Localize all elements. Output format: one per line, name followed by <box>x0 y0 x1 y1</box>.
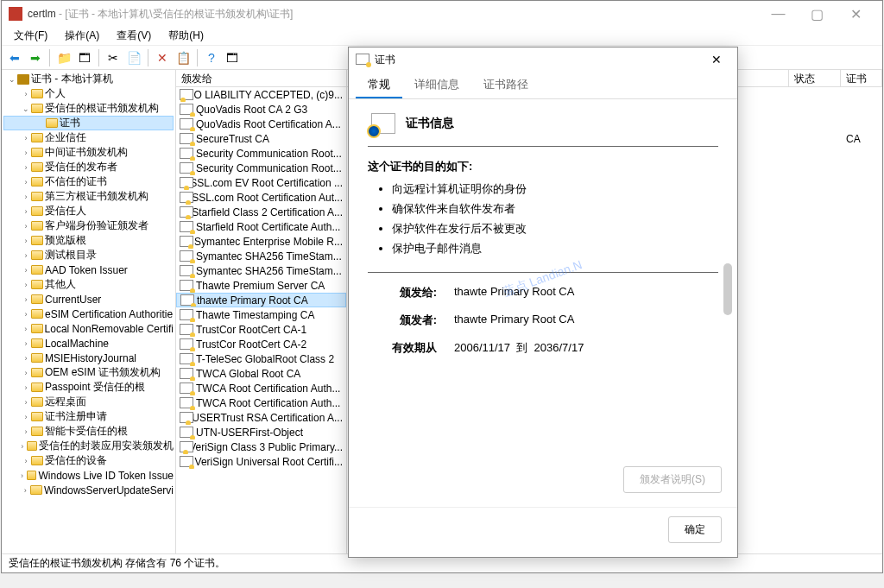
cert-list-item[interactable]: TWCA Root Certification Auth... <box>176 395 346 410</box>
issuer-statement-button[interactable]: 颁发者说明(S) <box>623 466 722 493</box>
tree-node[interactable]: ›WindowsServerUpdateServi <box>3 483 174 497</box>
tree-node[interactable]: ⌄证书 - 本地计算机 <box>3 72 174 86</box>
cert-list-item[interactable]: SSL.com EV Root Certification ... <box>176 175 346 190</box>
tree-node[interactable]: ⌄受信任的根证书颁发机构 <box>3 101 174 116</box>
cert-list-item[interactable]: T-TeleSec GlobalRoot Class 2 <box>176 351 346 366</box>
tree-node[interactable]: ›测试根目录 <box>3 248 174 262</box>
cert-list-item[interactable]: Security Communication Root... <box>176 161 346 175</box>
tree-node[interactable]: ›受信任人 <box>3 204 174 218</box>
tab-details[interactable]: 详细信息 <box>402 72 471 98</box>
forward-button[interactable]: ➡ <box>26 48 45 67</box>
cert-list-item[interactable]: UTN-USERFirst-Object <box>176 425 346 439</box>
up-folder-button[interactable]: 📁 <box>54 48 73 67</box>
cert-name: Symantec SHA256 TimeStam... <box>196 265 342 277</box>
tree-node[interactable]: ›Local NonRemovable Certifi <box>3 321 174 336</box>
menu-item[interactable]: 查看(V) <box>108 27 160 45</box>
cert-list-item[interactable]: VeriSign Universal Root Certifi... <box>176 454 346 469</box>
cert-list-item[interactable]: Thawte Premium Server CA <box>176 278 346 293</box>
copy-button[interactable]: 📄 <box>124 48 143 67</box>
properties-button[interactable]: 📋 <box>174 48 193 67</box>
close-button[interactable]: ✕ <box>837 2 875 26</box>
cert-list-item[interactable]: QuoVadis Root Certification A... <box>176 117 346 131</box>
validity-label: 有效期从 <box>368 340 437 356</box>
cert-list-item[interactable]: SecureTrust CA <box>176 131 346 146</box>
menu-item[interactable]: 文件(F) <box>5 27 56 45</box>
cert-list-item[interactable]: Symantec SHA256 TimeStam... <box>176 249 346 263</box>
certificate-icon <box>180 309 193 321</box>
tree-node[interactable]: ›不信任的证书 <box>3 174 174 189</box>
cert-list-item[interactable]: NO LIABILITY ACCEPTED, (c)9... <box>176 87 346 102</box>
cert-list-item[interactable]: VeriSign Class 3 Public Primary... <box>176 439 346 454</box>
dialog-close-button[interactable]: ✕ <box>703 47 730 72</box>
issuer-value: thawte Primary Root CA <box>454 313 718 328</box>
tree-panel[interactable]: ⌄证书 - 本地计算机›个人⌄受信任的根证书颁发机构证书›企业信任›中间证书颁发… <box>2 70 176 553</box>
certificate-icon <box>180 148 193 160</box>
cert-list-item[interactable]: Starfield Class 2 Certification A... <box>176 205 346 219</box>
tree-node[interactable]: ›其他人 <box>3 277 174 292</box>
tree-node[interactable]: ›MSIEHistoryJournal <box>3 351 174 365</box>
dialog-titlebar: 证书 ✕ <box>349 47 737 72</box>
dialog-title: 证书 <box>375 53 703 67</box>
ok-button[interactable]: 确定 <box>668 516 722 543</box>
options-button[interactable]: 🗔 <box>223 48 242 67</box>
maximize-button[interactable]: ▢ <box>798 2 837 26</box>
cert-list-item[interactable]: Thawte Timestamping CA <box>176 307 346 322</box>
cert-list-item[interactable]: TrustCor RootCert CA-2 <box>176 337 346 351</box>
tree-node[interactable]: ›预览版根 <box>3 233 174 248</box>
tree-node[interactable]: ›智能卡受信任的根 <box>3 424 174 439</box>
issued-to-label: 颁发给: <box>368 285 437 300</box>
cert-list-item[interactable]: TWCA Global Root CA <box>176 366 346 381</box>
tree-node[interactable]: ›CurrentUser <box>3 292 174 307</box>
scrollbar-thumb[interactable] <box>723 263 732 315</box>
menu-item[interactable]: 帮助(H) <box>160 27 212 45</box>
cert-list-item[interactable]: QuoVadis Root CA 2 G3 <box>176 102 346 117</box>
tree-node[interactable]: 证书 <box>3 116 174 130</box>
certificate-icon <box>180 456 193 468</box>
cert-list-item[interactable]: USERTrust RSA Certification A... <box>176 410 346 425</box>
certificate-icon <box>180 206 189 218</box>
tree-node[interactable]: ›远程桌面 <box>3 395 174 409</box>
delete-button[interactable]: ✕ <box>153 48 172 67</box>
tree-node[interactable]: ›受信任的封装应用安装颁发机 <box>3 439 174 453</box>
tree-node[interactable]: ›证书注册申请 <box>3 409 174 424</box>
dialog-footer: 确定 <box>349 507 737 557</box>
tree-node[interactable]: ›第三方根证书颁发机构 <box>3 189 174 204</box>
tree-node[interactable]: ›Passpoint 受信任的根 <box>3 380 174 395</box>
tree-node[interactable]: ›客户端身份验证颁发者 <box>3 218 174 233</box>
cut-button[interactable]: ✂ <box>104 48 123 67</box>
col-cert[interactable]: 证书 <box>841 70 882 86</box>
menu-item[interactable]: 操作(A) <box>56 27 108 45</box>
cert-list-item[interactable]: TWCA Root Certification Auth... <box>176 381 346 395</box>
tree-node[interactable]: ›企业信任 <box>3 130 174 145</box>
cert-list-item[interactable]: thawte Primary Root CA <box>176 293 346 307</box>
divider <box>368 272 718 273</box>
tree-node[interactable]: ›AAD Token Issuer <box>3 262 174 277</box>
cert-list-item[interactable]: Starfield Root Certificate Auth... <box>176 219 346 234</box>
cert-list-item[interactable]: SSL.com Root Certification Aut... <box>176 190 346 205</box>
cert-list-item[interactable]: Security Communication Root... <box>176 146 346 161</box>
minimize-button[interactable]: — <box>759 2 798 26</box>
certificate-icon <box>180 118 193 130</box>
folder-icon <box>31 383 43 392</box>
tree-label: 客户端身份验证颁发者 <box>45 218 148 233</box>
show-hide-tree-button[interactable]: 🗔 <box>75 48 94 67</box>
tree-label: 受信任的设备 <box>45 453 107 468</box>
cert-list-item[interactable]: Symantec SHA256 TimeStam... <box>176 263 346 278</box>
back-button[interactable]: ⬅ <box>5 48 24 67</box>
col-status[interactable]: 状态 <box>789 70 841 86</box>
tree-node[interactable]: ›LocalMachine <box>3 336 174 351</box>
tree-node[interactable]: ›受信任的设备 <box>3 453 174 468</box>
tree-node[interactable]: ›个人 <box>3 86 174 101</box>
tree-node[interactable]: ›Windows Live ID Token Issue <box>3 468 174 483</box>
tab-path[interactable]: 证书路径 <box>471 72 540 98</box>
list-panel[interactable]: 颁发给 NO LIABILITY ACCEPTED, (c)9...QuoVad… <box>176 70 347 553</box>
tree-node[interactable]: ›OEM eSIM 证书颁发机构 <box>3 365 174 380</box>
cert-list-item[interactable]: Symantec Enterprise Mobile R... <box>176 234 346 249</box>
help-button[interactable]: ? <box>202 48 221 67</box>
tree-node[interactable]: ›中间证书颁发机构 <box>3 145 174 160</box>
list-header-issued-to[interactable]: 颁发给 <box>176 70 346 87</box>
tab-general[interactable]: 常规 <box>356 72 402 98</box>
tree-node[interactable]: ›eSIM Certification Authoritie <box>3 307 174 321</box>
tree-node[interactable]: ›受信任的发布者 <box>3 160 174 174</box>
cert-list-item[interactable]: TrustCor RootCert CA-1 <box>176 322 346 337</box>
